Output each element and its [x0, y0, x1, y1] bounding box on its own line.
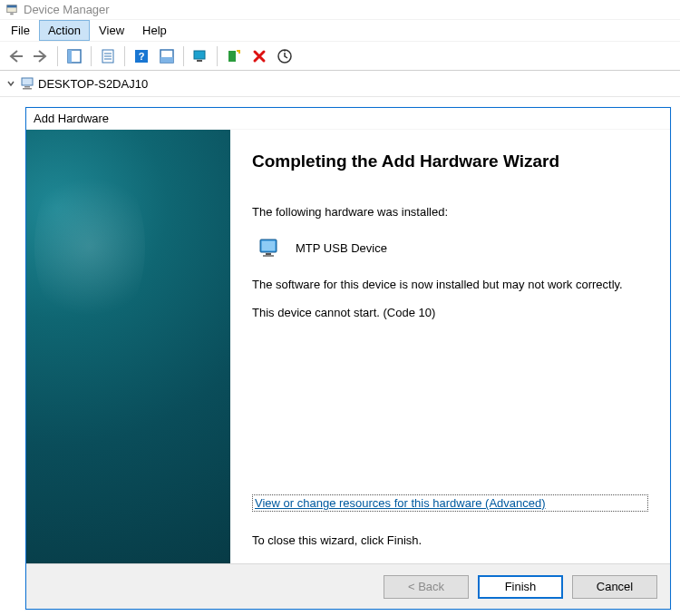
menu-file[interactable]: File [2, 20, 39, 41]
svg-rect-21 [262, 240, 276, 250]
wizard-content: Completing the Add Hardware Wizard The f… [230, 130, 670, 563]
svg-rect-2 [10, 13, 14, 15]
installed-device-name: MTP USB Device [296, 241, 387, 255]
tree-root-label: DESKTOP-S2DAJ10 [38, 77, 148, 91]
svg-rect-4 [68, 50, 72, 63]
wizard-warning-text: The software for this device is now inst… [252, 277, 648, 293]
wizard-error-code: This device cannot start. (Code 10) [252, 305, 648, 321]
device-tree: DESKTOP-S2DAJ10 [0, 71, 680, 97]
details-pane-icon[interactable] [155, 44, 179, 68]
svg-rect-18 [24, 86, 30, 88]
svg-rect-22 [266, 253, 271, 255]
svg-text:?: ? [139, 51, 145, 62]
show-hide-tree-icon[interactable] [63, 44, 86, 68]
wizard-close-instruction: To close this wizard, click Finish. [252, 533, 648, 547]
cancel-button[interactable]: Cancel [572, 575, 657, 599]
svg-rect-23 [263, 255, 274, 257]
toolbar: ? [0, 42, 680, 71]
installed-device-row: MTP USB Device [252, 233, 648, 277]
uninstall-device-icon[interactable] [248, 44, 271, 68]
wizard-heading: Completing the Add Hardware Wizard [252, 152, 648, 171]
back-icon[interactable] [4, 44, 27, 68]
svg-rect-1 [7, 5, 17, 7]
svg-rect-17 [22, 78, 33, 85]
wizard-titlebar: Add Hardware [26, 108, 670, 130]
device-monitor-icon [257, 237, 281, 260]
device-manager-titlebar: Device Manager [0, 0, 680, 20]
help-icon[interactable]: ? [130, 44, 153, 68]
device-manager-title: Device Manager [24, 3, 110, 16]
menu-view[interactable]: View [90, 20, 133, 41]
wizard-sidebar-graphic [26, 130, 230, 563]
wizard-title-text: Add Hardware [34, 112, 109, 125]
add-hardware-icon[interactable] [222, 44, 246, 68]
wizard-button-bar: < Back Finish Cancel [26, 563, 670, 609]
wizard-installed-intro: The following hardware was installed: [252, 204, 648, 220]
svg-rect-19 [23, 88, 32, 90]
forward-icon[interactable] [29, 44, 53, 68]
advanced-resources-link[interactable]: View or change resources for this hardwa… [252, 494, 648, 512]
device-manager-icon [5, 4, 18, 16]
svg-rect-12 [160, 57, 173, 63]
back-button: < Back [384, 575, 469, 599]
svg-rect-15 [228, 51, 236, 62]
svg-rect-14 [197, 60, 202, 62]
update-driver-icon[interactable] [273, 44, 296, 68]
chevron-down-icon[interactable] [5, 78, 16, 89]
tree-root-node[interactable]: DESKTOP-S2DAJ10 [4, 74, 676, 93]
svg-rect-13 [194, 51, 205, 59]
computer-icon [20, 76, 34, 91]
menubar: File Action View Help [0, 20, 680, 42]
menu-action[interactable]: Action [39, 20, 90, 41]
properties-icon[interactable] [96, 44, 120, 68]
menu-help[interactable]: Help [133, 20, 176, 41]
add-hardware-wizard: Add Hardware Completing the Add Hardware… [25, 107, 671, 610]
scan-hardware-icon[interactable] [189, 44, 212, 68]
finish-button[interactable]: Finish [478, 575, 563, 599]
